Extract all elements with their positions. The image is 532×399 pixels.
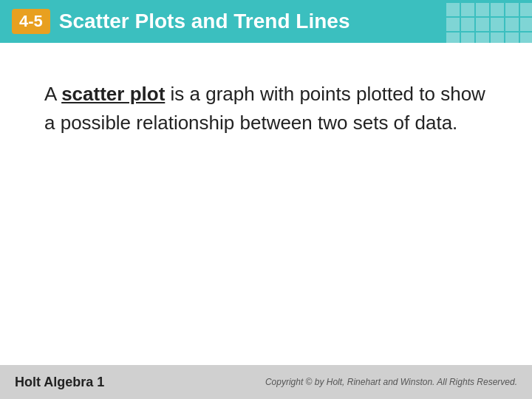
definition-paragraph: A scatter plot is a graph with points pl…	[44, 80, 488, 137]
footer-brand: Holt Algebra 1	[15, 375, 104, 390]
footer-bar: Holt Algebra 1 Copyright © by Holt, Rine…	[0, 365, 532, 399]
main-content: A scatter plot is a graph with points pl…	[0, 43, 532, 368]
lesson-badge: 4-5	[12, 9, 50, 34]
definition-prefix: A	[44, 83, 61, 105]
header-bar: 4-5 Scatter Plots and Trend Lines	[0, 0, 532, 43]
decorative-grid	[443, 0, 532, 43]
footer-copyright: Copyright © by Holt, Rinehart and Winsto…	[265, 377, 517, 387]
scatter-plot-term: scatter plot	[61, 83, 165, 105]
page-title: Scatter Plots and Trend Lines	[59, 10, 350, 33]
